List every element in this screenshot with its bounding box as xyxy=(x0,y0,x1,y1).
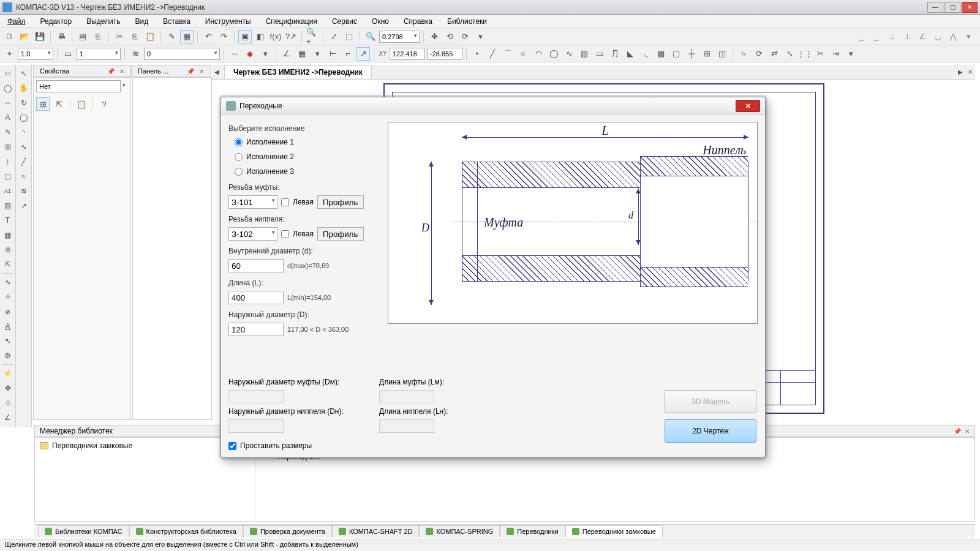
menu-window[interactable]: Окно xyxy=(369,16,391,27)
round-icon[interactable]: ↗ xyxy=(356,47,370,61)
measure-icon[interactable]: ⟊ xyxy=(2,156,14,168)
tab-spring[interactable]: КОМПАС-SPRING xyxy=(419,525,500,537)
target-icon[interactable]: ✥ xyxy=(2,382,14,394)
line2-icon[interactable]: ⎯ xyxy=(870,29,883,43)
tab-lock-adapters[interactable]: Переводники замковые xyxy=(565,525,663,537)
fill-icon[interactable]: ▨ xyxy=(578,47,591,61)
menu-help[interactable]: Справка xyxy=(401,16,435,27)
menu-view[interactable]: Вид xyxy=(133,16,151,27)
rebuild-icon[interactable]: ⟳ xyxy=(458,30,472,43)
redo-icon[interactable]: ↷ xyxy=(217,30,230,43)
loop-icon[interactable]: ↻ xyxy=(18,97,30,109)
trim-icon[interactable]: ✂ xyxy=(813,47,827,61)
left-m-check[interactable]: Левая xyxy=(281,198,314,206)
save-icon[interactable]: 💾 xyxy=(33,30,47,43)
layer-combo[interactable] xyxy=(144,48,220,60)
properties-panel-tab[interactable]: Свойства 📌 ✕ xyxy=(33,65,131,77)
assoc-icon[interactable]: ∿ xyxy=(18,141,30,153)
signs-icon[interactable]: A xyxy=(2,111,14,124)
rect-icon[interactable]: ▭ xyxy=(593,47,606,61)
zoom-combo[interactable] xyxy=(379,31,420,43)
vars-icon[interactable]: ⎘ xyxy=(91,30,105,43)
tab-close-icon[interactable]: ✕ xyxy=(965,69,975,75)
radio-1[interactable] xyxy=(235,138,243,146)
bisect-icon[interactable]: ⋀ xyxy=(946,29,960,43)
tab-shaft[interactable]: КОМПАС-SHAFT 2D xyxy=(332,525,420,537)
select-icon[interactable]: ▭ xyxy=(2,67,14,80)
chevron-down-icon[interactable]: ▾ xyxy=(311,47,324,61)
line3-icon[interactable]: ╱ xyxy=(18,156,30,168)
cut-icon[interactable]: ✂ xyxy=(113,30,126,43)
thread-icon[interactable]: ⌀ xyxy=(2,305,14,318)
zoom-window-icon[interactable]: ⬚ xyxy=(342,30,356,43)
menu-service[interactable]: Сервис xyxy=(330,16,360,27)
tab-adapters[interactable]: Переводники xyxy=(500,525,565,537)
new-icon[interactable]: 🗋 xyxy=(2,30,16,43)
thread-n-input[interactable] xyxy=(228,227,277,241)
tool-btn-2[interactable]: ⇱ xyxy=(52,97,66,111)
array-icon[interactable]: ⋮⋮ xyxy=(798,47,812,61)
grid-icon[interactable]: ▦ xyxy=(295,47,309,61)
left-n-check[interactable]: Левая xyxy=(281,230,314,238)
dim-icon[interactable]: ↔ xyxy=(2,97,14,109)
circle2-icon[interactable]: ⊚ xyxy=(2,244,14,256)
open-icon[interactable]: 📂 xyxy=(18,30,31,43)
pin-icon[interactable]: 📌 xyxy=(107,68,115,75)
zoom-input[interactable] xyxy=(379,31,420,43)
circle-icon[interactable]: ○ xyxy=(516,47,530,61)
lamp-icon[interactable]: ✧ xyxy=(2,291,14,303)
zoom-in-icon[interactable]: 🔍+ xyxy=(306,30,319,43)
coord-x-input[interactable] xyxy=(390,48,425,60)
step-combo[interactable] xyxy=(77,48,121,60)
big-d-input[interactable] xyxy=(228,323,284,336)
layer-input[interactable] xyxy=(144,48,220,60)
layer-mgr-icon[interactable]: ▭ xyxy=(61,47,75,61)
paste-icon[interactable]: 📋 xyxy=(143,30,157,43)
pin-icon[interactable]: 📌 xyxy=(187,68,194,75)
scale-icon[interactable]: ⤡ xyxy=(783,47,796,61)
close-icon[interactable]: ✕ xyxy=(119,68,124,75)
menu-tools[interactable]: Инструменты xyxy=(203,16,254,27)
menu-editor[interactable]: Редактор xyxy=(38,16,75,27)
mirror-icon[interactable]: ⇄ xyxy=(767,47,781,61)
style-combo[interactable] xyxy=(36,80,128,92)
menu-file[interactable]: Файл xyxy=(5,16,28,27)
line-icon[interactable]: ⎯ xyxy=(854,29,868,43)
arrow-color-icon[interactable]: ◆ xyxy=(243,47,257,61)
preview-icon[interactable]: ▤ xyxy=(76,30,89,43)
brush-icon[interactable]: ✎ xyxy=(165,30,178,43)
close-button[interactable]: ✕ xyxy=(962,2,978,13)
point-icon[interactable]: • xyxy=(470,47,484,61)
lib-icon[interactable]: ▣ xyxy=(238,30,252,43)
print-icon[interactable]: 🖶 xyxy=(55,30,68,43)
zoom-fit-icon[interactable]: ⤢ xyxy=(327,30,341,43)
text-icon[interactable]: T xyxy=(2,214,14,227)
select2-icon[interactable]: ▢ xyxy=(2,170,14,182)
coord-y-input[interactable] xyxy=(427,48,462,60)
menu-spec[interactable]: Спецификация xyxy=(263,16,320,27)
ortho-icon[interactable]: ⌐ xyxy=(341,47,355,61)
chevron-down-icon[interactable]: ▾ xyxy=(258,47,272,61)
font-icon[interactable]: A xyxy=(2,320,14,332)
out-icon[interactable]: ↗ xyxy=(18,200,30,212)
angle-icon[interactable]: ∠ xyxy=(916,29,929,43)
angle-icon[interactable]: ∠ xyxy=(280,47,293,61)
option-2[interactable]: Исполнение 2 xyxy=(228,151,380,162)
pin-icon[interactable]: 📌 xyxy=(954,428,961,435)
chevron-down-icon[interactable]: ▾ xyxy=(962,29,975,43)
tools-icon[interactable]: ⚙ xyxy=(2,350,14,362)
hand-icon[interactable]: ✋ xyxy=(18,82,30,94)
minimize-button[interactable]: — xyxy=(927,2,943,13)
tool-btn-3[interactable]: 📋 xyxy=(75,97,88,111)
curve-icon[interactable]: ∿ xyxy=(2,276,14,288)
dim-icon[interactable]: ↔ xyxy=(228,47,241,61)
scale-combo[interactable] xyxy=(18,48,53,60)
inflate-icon[interactable]: ⇱ xyxy=(2,258,14,271)
table2-icon[interactable]: ▦ xyxy=(2,229,14,241)
menu-libs[interactable]: Библиотеки xyxy=(445,16,489,27)
tool-btn-1[interactable]: ⊞ xyxy=(36,97,50,111)
snap-icon[interactable]: ⌖ xyxy=(2,47,16,61)
arc3-icon[interactable]: ◝ xyxy=(18,126,30,138)
thread-n-combo[interactable] xyxy=(228,227,277,241)
tab-prev-icon[interactable]: ◀ xyxy=(212,69,222,75)
